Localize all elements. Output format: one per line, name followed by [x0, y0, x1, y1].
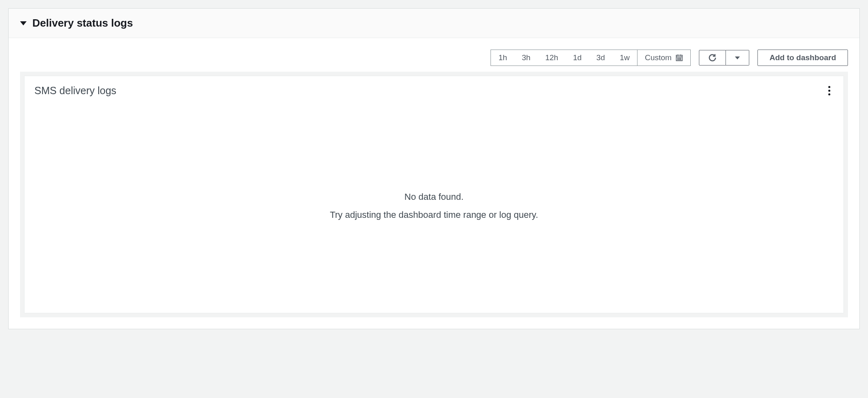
- panel-title: Delivery status logs: [32, 17, 133, 29]
- time-range-3d[interactable]: 3d: [589, 50, 613, 66]
- chevron-down-icon: [735, 57, 740, 59]
- time-range-1d[interactable]: 1d: [565, 50, 589, 66]
- svg-point-8: [679, 59, 680, 60]
- panel-header: Delivery status logs: [9, 9, 859, 38]
- time-range-1h[interactable]: 1h: [491, 50, 514, 66]
- empty-state-hint: Try adjusting the dashboard time range o…: [330, 210, 538, 220]
- time-range-selector: 1h 3h 12h 1d 3d 1w Custom: [491, 50, 691, 66]
- controls-row: 1h 3h 12h 1d 3d 1w Custom: [20, 50, 848, 66]
- refresh-button-group: [699, 50, 749, 66]
- chart-container: SMS delivery logs No data found. Try adj…: [20, 72, 848, 317]
- svg-point-4: [678, 58, 678, 58]
- time-range-1w[interactable]: 1w: [613, 50, 637, 66]
- svg-point-9: [680, 59, 681, 60]
- chart-options-menu[interactable]: [825, 84, 834, 97]
- time-range-3h[interactable]: 3h: [515, 50, 538, 66]
- sms-delivery-logs-card: SMS delivery logs No data found. Try adj…: [24, 76, 844, 313]
- panel-body: 1h 3h 12h 1d 3d 1w Custom: [9, 38, 859, 329]
- chart-body: No data found. Try adjusting the dashboa…: [25, 99, 843, 313]
- chart-header: SMS delivery logs: [25, 76, 843, 99]
- empty-state-title: No data found.: [405, 192, 463, 202]
- svg-point-6: [680, 58, 681, 58]
- time-range-custom[interactable]: Custom: [637, 50, 690, 66]
- time-range-12h[interactable]: 12h: [538, 50, 566, 66]
- svg-point-5: [679, 58, 680, 58]
- kebab-icon: [828, 86, 830, 88]
- refresh-icon: [708, 54, 717, 62]
- custom-label: Custom: [645, 53, 671, 62]
- refresh-options-dropdown[interactable]: [726, 50, 749, 66]
- chart-title: SMS delivery logs: [34, 85, 116, 97]
- kebab-icon: [828, 93, 830, 95]
- kebab-icon: [828, 90, 830, 92]
- delivery-status-logs-panel: Delivery status logs 1h 3h 12h 1d 3d 1w …: [8, 8, 860, 329]
- svg-point-7: [678, 59, 678, 60]
- add-to-dashboard-button[interactable]: Add to dashboard: [757, 50, 848, 66]
- calendar-icon: [676, 54, 683, 61]
- collapse-toggle-icon[interactable]: [20, 21, 27, 25]
- refresh-button[interactable]: [699, 50, 726, 66]
